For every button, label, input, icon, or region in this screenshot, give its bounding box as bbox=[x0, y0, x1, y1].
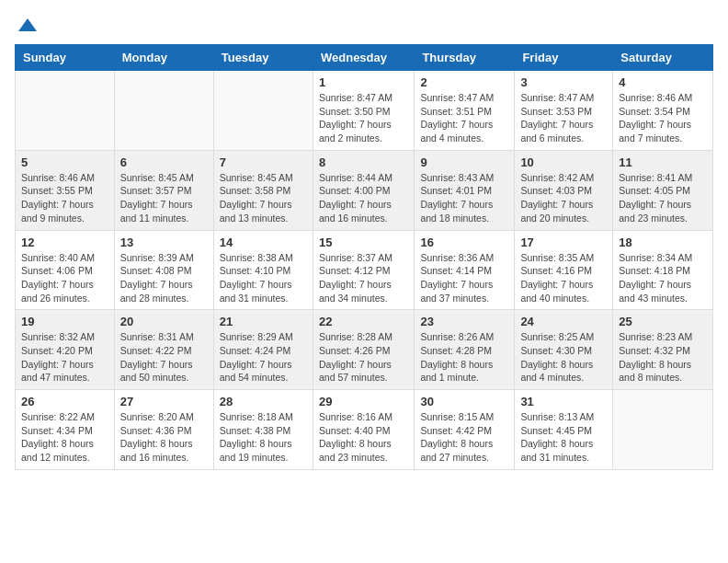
day-info: Sunrise: 8:44 AM Sunset: 4:00 PM Dayligh… bbox=[319, 171, 408, 225]
calendar-cell: 24Sunrise: 8:25 AM Sunset: 4:30 PM Dayli… bbox=[515, 310, 613, 390]
day-number: 6 bbox=[120, 155, 208, 169]
calendar-cell: 27Sunrise: 8:20 AM Sunset: 4:36 PM Dayli… bbox=[114, 390, 213, 470]
day-number: 11 bbox=[619, 155, 707, 169]
day-info: Sunrise: 8:29 AM Sunset: 4:24 PM Dayligh… bbox=[220, 330, 307, 385]
calendar-cell bbox=[613, 390, 713, 470]
calendar-cell: 31Sunrise: 8:13 AM Sunset: 4:45 PM Dayli… bbox=[515, 390, 613, 470]
day-info: Sunrise: 8:25 AM Sunset: 4:30 PM Dayligh… bbox=[520, 330, 607, 385]
day-info: Sunrise: 8:40 AM Sunset: 4:06 PM Dayligh… bbox=[21, 251, 108, 305]
calendar-week-row: 12Sunrise: 8:40 AM Sunset: 4:06 PM Dayli… bbox=[16, 230, 713, 310]
calendar-cell: 25Sunrise: 8:23 AM Sunset: 4:32 PM Dayli… bbox=[613, 310, 713, 390]
calendar-cell: 2Sunrise: 8:47 AM Sunset: 3:51 PM Daylig… bbox=[415, 71, 515, 151]
day-number: 18 bbox=[619, 236, 707, 249]
calendar-cell: 3Sunrise: 8:47 AM Sunset: 3:53 PM Daylig… bbox=[515, 71, 613, 151]
day-number: 26 bbox=[21, 395, 108, 408]
calendar-cell: 29Sunrise: 8:16 AM Sunset: 4:40 PM Dayli… bbox=[313, 390, 414, 470]
calendar-cell: 6Sunrise: 8:45 AM Sunset: 3:57 PM Daylig… bbox=[114, 150, 213, 230]
day-number: 17 bbox=[520, 236, 607, 249]
day-number: 31 bbox=[520, 395, 607, 408]
calendar-cell: 7Sunrise: 8:45 AM Sunset: 3:58 PM Daylig… bbox=[213, 150, 313, 230]
day-info: Sunrise: 8:31 AM Sunset: 4:22 PM Dayligh… bbox=[120, 330, 208, 385]
calendar-cell: 5Sunrise: 8:46 AM Sunset: 3:55 PM Daylig… bbox=[16, 150, 115, 230]
calendar-cell: 9Sunrise: 8:43 AM Sunset: 4:01 PM Daylig… bbox=[415, 150, 515, 230]
calendar-week-row: 26Sunrise: 8:22 AM Sunset: 4:34 PM Dayli… bbox=[16, 390, 713, 470]
day-number: 12 bbox=[21, 236, 108, 249]
calendar-cell: 26Sunrise: 8:22 AM Sunset: 4:34 PM Dayli… bbox=[16, 390, 115, 470]
calendar-cell: 22Sunrise: 8:28 AM Sunset: 4:26 PM Dayli… bbox=[313, 310, 414, 390]
calendar-cell: 18Sunrise: 8:34 AM Sunset: 4:18 PM Dayli… bbox=[613, 230, 713, 310]
day-info: Sunrise: 8:35 AM Sunset: 4:16 PM Dayligh… bbox=[520, 251, 607, 305]
day-info: Sunrise: 8:23 AM Sunset: 4:32 PM Dayligh… bbox=[619, 330, 707, 385]
day-info: Sunrise: 8:34 AM Sunset: 4:18 PM Dayligh… bbox=[619, 251, 707, 305]
calendar-cell: 13Sunrise: 8:39 AM Sunset: 4:08 PM Dayli… bbox=[114, 230, 213, 310]
day-number: 14 bbox=[220, 236, 307, 249]
calendar-cell: 17Sunrise: 8:35 AM Sunset: 4:16 PM Dayli… bbox=[515, 230, 613, 310]
calendar-cell: 11Sunrise: 8:41 AM Sunset: 4:05 PM Dayli… bbox=[613, 150, 713, 230]
day-info: Sunrise: 8:32 AM Sunset: 4:20 PM Dayligh… bbox=[21, 330, 108, 385]
calendar-week-row: 19Sunrise: 8:32 AM Sunset: 4:20 PM Dayli… bbox=[16, 310, 713, 390]
day-number: 25 bbox=[619, 315, 707, 328]
day-number: 29 bbox=[319, 395, 408, 408]
calendar-cell: 15Sunrise: 8:37 AM Sunset: 4:12 PM Dayli… bbox=[313, 230, 414, 310]
weekday-header-saturday: Saturday bbox=[613, 45, 713, 71]
day-info: Sunrise: 8:36 AM Sunset: 4:14 PM Dayligh… bbox=[420, 251, 508, 305]
day-info: Sunrise: 8:46 AM Sunset: 3:55 PM Dayligh… bbox=[21, 171, 108, 225]
weekday-header-sunday: Sunday bbox=[16, 45, 115, 71]
day-info: Sunrise: 8:39 AM Sunset: 4:08 PM Dayligh… bbox=[120, 251, 208, 305]
day-info: Sunrise: 8:45 AM Sunset: 3:58 PM Dayligh… bbox=[220, 171, 307, 225]
day-number: 28 bbox=[220, 395, 307, 408]
logo bbox=[15, 15, 39, 33]
calendar-cell: 19Sunrise: 8:32 AM Sunset: 4:20 PM Dayli… bbox=[16, 310, 115, 390]
day-number: 4 bbox=[619, 75, 707, 89]
page-container: SundayMondayTuesdayWednesdayThursdayFrid… bbox=[15, 15, 713, 470]
day-info: Sunrise: 8:18 AM Sunset: 4:38 PM Dayligh… bbox=[220, 410, 307, 465]
calendar-cell: 12Sunrise: 8:40 AM Sunset: 4:06 PM Dayli… bbox=[16, 230, 115, 310]
calendar-cell: 21Sunrise: 8:29 AM Sunset: 4:24 PM Dayli… bbox=[213, 310, 313, 390]
day-number: 13 bbox=[120, 236, 208, 249]
calendar-header: SundayMondayTuesdayWednesdayThursdayFrid… bbox=[16, 45, 713, 71]
day-info: Sunrise: 8:37 AM Sunset: 4:12 PM Dayligh… bbox=[319, 251, 408, 305]
day-info: Sunrise: 8:13 AM Sunset: 4:45 PM Dayligh… bbox=[520, 410, 607, 465]
calendar-cell: 28Sunrise: 8:18 AM Sunset: 4:38 PM Dayli… bbox=[213, 390, 313, 470]
calendar-cell: 8Sunrise: 8:44 AM Sunset: 4:00 PM Daylig… bbox=[313, 150, 414, 230]
calendar-cell bbox=[213, 71, 313, 151]
day-number: 1 bbox=[319, 75, 408, 89]
calendar-week-row: 5Sunrise: 8:46 AM Sunset: 3:55 PM Daylig… bbox=[16, 150, 713, 230]
svg-marker-0 bbox=[18, 18, 37, 31]
day-number: 7 bbox=[220, 155, 307, 169]
calendar-cell bbox=[16, 71, 115, 151]
day-number: 22 bbox=[319, 315, 408, 328]
weekday-header-tuesday: Tuesday bbox=[213, 45, 313, 71]
day-number: 24 bbox=[520, 315, 607, 328]
day-number: 23 bbox=[420, 315, 508, 328]
day-number: 21 bbox=[220, 315, 307, 328]
day-info: Sunrise: 8:42 AM Sunset: 4:03 PM Dayligh… bbox=[520, 171, 607, 225]
day-number: 8 bbox=[319, 155, 408, 169]
calendar-cell: 4Sunrise: 8:46 AM Sunset: 3:54 PM Daylig… bbox=[613, 71, 713, 151]
weekday-header-thursday: Thursday bbox=[415, 45, 515, 71]
day-info: Sunrise: 8:43 AM Sunset: 4:01 PM Dayligh… bbox=[420, 171, 508, 225]
day-info: Sunrise: 8:22 AM Sunset: 4:34 PM Dayligh… bbox=[21, 410, 108, 465]
weekday-header-friday: Friday bbox=[515, 45, 613, 71]
day-number: 2 bbox=[420, 75, 508, 89]
weekday-header-row: SundayMondayTuesdayWednesdayThursdayFrid… bbox=[16, 45, 713, 71]
day-number: 19 bbox=[21, 315, 108, 328]
day-info: Sunrise: 8:46 AM Sunset: 3:54 PM Dayligh… bbox=[619, 91, 707, 145]
day-number: 16 bbox=[420, 236, 508, 249]
day-info: Sunrise: 8:47 AM Sunset: 3:50 PM Dayligh… bbox=[319, 91, 408, 145]
calendar-cell: 23Sunrise: 8:26 AM Sunset: 4:28 PM Dayli… bbox=[415, 310, 515, 390]
day-info: Sunrise: 8:16 AM Sunset: 4:40 PM Dayligh… bbox=[319, 410, 408, 465]
day-info: Sunrise: 8:28 AM Sunset: 4:26 PM Dayligh… bbox=[319, 330, 408, 385]
day-number: 30 bbox=[420, 395, 508, 408]
calendar-cell: 10Sunrise: 8:42 AM Sunset: 4:03 PM Dayli… bbox=[515, 150, 613, 230]
calendar-week-row: 1Sunrise: 8:47 AM Sunset: 3:50 PM Daylig… bbox=[16, 71, 713, 151]
day-info: Sunrise: 8:20 AM Sunset: 4:36 PM Dayligh… bbox=[120, 410, 208, 465]
calendar-cell: 14Sunrise: 8:38 AM Sunset: 4:10 PM Dayli… bbox=[213, 230, 313, 310]
calendar-cell: 20Sunrise: 8:31 AM Sunset: 4:22 PM Dayli… bbox=[114, 310, 213, 390]
day-info: Sunrise: 8:47 AM Sunset: 3:53 PM Dayligh… bbox=[520, 91, 607, 145]
day-number: 20 bbox=[120, 315, 208, 328]
day-info: Sunrise: 8:26 AM Sunset: 4:28 PM Dayligh… bbox=[420, 330, 508, 385]
day-info: Sunrise: 8:45 AM Sunset: 3:57 PM Dayligh… bbox=[120, 171, 208, 225]
day-number: 9 bbox=[420, 155, 508, 169]
calendar-cell: 16Sunrise: 8:36 AM Sunset: 4:14 PM Dayli… bbox=[415, 230, 515, 310]
